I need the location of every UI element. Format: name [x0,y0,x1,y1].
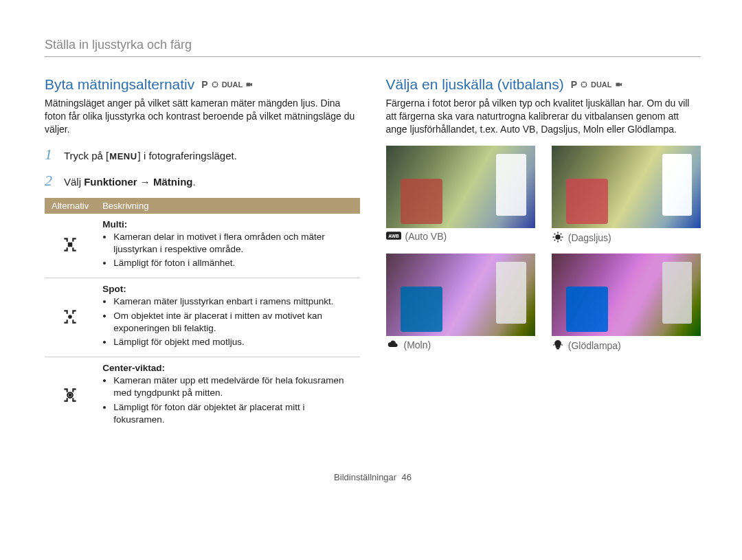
table-head-desc: Beskrivning [95,198,359,214]
step-1-number: 1 [45,146,57,164]
wb-sample-daylight: (Dagsljus) [552,146,701,245]
bulb-icon [552,339,564,353]
mode-dual-icon: DUAL [591,80,612,89]
svg-point-10 [556,235,560,239]
mode-p-icon: P [201,79,207,90]
option-title: Center-viktad: [102,363,352,373]
option-bullet: Om objektet inte är placerat i mitten av… [113,310,352,335]
video-icon [614,80,624,89]
step-2: 2 Välj Funktioner → Mätning. [45,172,360,190]
dial-icon [579,80,589,89]
step-2-number: 2 [45,172,57,190]
step-2-text: Välj Funktioner → Mätning. [64,175,196,189]
svg-rect-11 [556,348,559,349]
option-title: Multi: [102,219,352,229]
right-title-text: Välja en ljuskälla (vitbalans) [386,76,564,93]
option-bullet: Kameran delar in motivet i flera områden… [113,231,352,256]
table-row: Multi: Kameran delar in motivet i flera … [45,214,360,278]
page-footer: Bildinställningar 46 [45,472,701,482]
center-weighted-metering-icon [61,386,79,406]
mode-icons: P DUAL [201,79,254,90]
wb-image-tungsten [552,254,701,336]
svg-point-3 [69,315,71,317]
table-row: Center-viktad: Kameran mäter upp ett med… [45,357,360,434]
left-intro: Mätningsläget anger på vilket sätt kamer… [45,97,360,136]
option-bullet: Lämpligt för objekt med motljus. [113,336,352,348]
wb-sample-tungsten: (Glödlampa) [552,254,701,353]
breadcrumb: Ställa in ljusstyrka och färg [45,38,701,57]
table-row: Spot: Kameran mäter ljusstyrkan enbart i… [45,278,360,357]
mode-p-icon: P [571,79,577,90]
white-balance-grid: AWB (Auto VB) (Dagsljus) [386,146,701,353]
svg-rect-7 [616,83,620,87]
footer-page-number: 46 [401,472,411,482]
wb-label-text: (Auto VB) [405,231,447,242]
svg-text:AWB: AWB [388,234,399,238]
svg-rect-2 [69,243,71,246]
svg-rect-1 [247,83,251,87]
footer-section: Bildinställningar [334,472,396,482]
awb-icon: AWB [386,231,401,243]
metering-options-table: Alternativ Beskrivning Multi: [45,198,360,434]
wb-sample-auto: AWB (Auto VB) [386,146,535,245]
multi-metering-icon [61,236,79,256]
option-bullet: Kameran mäter upp ett medelvärde för hel… [113,374,352,399]
wb-image-auto [386,146,535,228]
cloud-icon [386,339,400,352]
spot-metering-icon [61,308,79,328]
right-column: Välja en ljuskälla (vitbalans) P DUAL Fä… [386,76,701,434]
step-1: 1 Tryck på [MENU] i fotograferingsläget. [45,146,360,164]
svg-point-5 [69,394,71,396]
mode-icons: P DUAL [571,79,624,90]
left-title-text: Byta mätningsalternativ [45,76,194,93]
video-icon [245,80,254,89]
left-column: Byta mätningsalternativ P DUAL Mätningsl… [45,76,360,434]
table-head-option: Alternativ [45,198,95,214]
step-1-text: Tryck på [MENU] i fotograferingsläget. [64,148,237,163]
left-section-title: Byta mätningsalternativ P DUAL [45,76,360,93]
wb-label-text: (Moln) [404,339,431,350]
right-intro: Färgerna i fotot beror på vilken typ och… [386,97,701,136]
wb-image-cloudy [386,254,535,336]
sun-icon [552,231,564,245]
wb-label-text: (Glödlampa) [568,340,621,351]
dial-icon [210,80,220,89]
option-bullet: Lämpligt för foton i allmänhet. [113,257,352,269]
menu-button-label: MENU [109,150,137,163]
right-section-title: Välja en ljuskälla (vitbalans) P DUAL [386,76,701,93]
wb-image-daylight [552,146,701,228]
wb-sample-cloudy: (Moln) [386,254,535,353]
mode-dual-icon: DUAL [222,80,243,89]
option-title: Spot: [102,284,352,294]
wb-label-text: (Dagsljus) [568,232,611,243]
option-bullet: Lämpligt för foton där objektet är place… [113,401,352,426]
option-bullet: Kameran mäter ljusstyrkan enbart i ramen… [113,295,352,308]
